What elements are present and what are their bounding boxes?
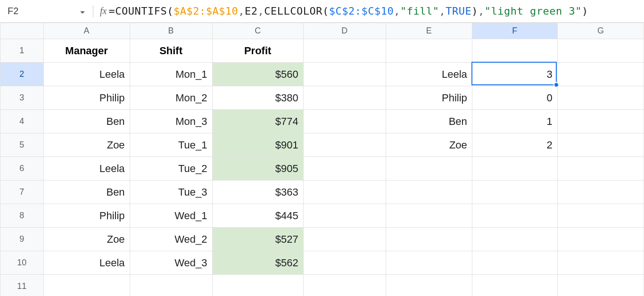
spreadsheet[interactable]: ABCDEFG 1ManagerShiftProfit2LeelaMon_1$5…	[0, 23, 644, 296]
column-header-F[interactable]: F	[472, 23, 557, 39]
select-all-corner[interactable]	[0, 23, 44, 39]
cell-E9[interactable]	[386, 228, 472, 251]
cell-G8[interactable]	[557, 204, 644, 228]
cell-A5[interactable]: Zoe	[43, 133, 130, 157]
cell-C6[interactable]: $905	[212, 157, 303, 181]
cell-E3[interactable]: Philip	[386, 86, 472, 110]
cell-B5[interactable]: Tue_1	[130, 133, 212, 157]
row-header-4[interactable]: 4	[0, 110, 44, 133]
cell-C10[interactable]: $562	[212, 251, 303, 275]
cell-D1[interactable]	[303, 39, 386, 63]
cell-A11[interactable]	[43, 275, 130, 296]
cell-G9[interactable]	[557, 228, 644, 251]
cell-G4[interactable]	[557, 110, 644, 133]
cell-A2[interactable]: Leela	[43, 63, 130, 86]
cell-C8[interactable]: $445	[212, 204, 303, 228]
cell-F8[interactable]	[472, 204, 557, 228]
cell-C1[interactable]: Profit	[212, 39, 303, 63]
row-header-7[interactable]: 7	[0, 181, 44, 204]
cell-D7[interactable]	[303, 181, 386, 204]
cell-C7[interactable]: $363	[212, 181, 303, 204]
cell-A6[interactable]: Leela	[43, 157, 130, 181]
cell-D5[interactable]	[303, 133, 386, 157]
cell-B10[interactable]: Wed_3	[130, 251, 212, 275]
cell-E7[interactable]	[386, 181, 472, 204]
cell-E6[interactable]	[386, 157, 472, 181]
cell-F11[interactable]	[472, 275, 557, 296]
row-header-9[interactable]: 9	[0, 228, 44, 251]
cell-A7[interactable]: Ben	[43, 181, 130, 204]
cell-D4[interactable]	[303, 110, 386, 133]
row-header-10[interactable]: 10	[0, 251, 44, 275]
cell-G3[interactable]	[557, 86, 644, 110]
cell-F2[interactable]: 3	[472, 63, 557, 86]
cell-F10[interactable]	[472, 251, 557, 275]
cell-G10[interactable]	[557, 251, 644, 275]
row-header-6[interactable]: 6	[0, 157, 44, 181]
cell-B2[interactable]: Mon_1	[130, 63, 212, 86]
name-box[interactable]: F2	[3, 0, 76, 22]
formula-input[interactable]: =COUNTIFS($A$2:$A$10,E2,CELLCOLOR($C$2:$…	[108, 0, 641, 22]
column-header-A[interactable]: A	[43, 23, 130, 39]
column-header-C[interactable]: C	[212, 23, 303, 39]
cell-A8[interactable]: Philip	[43, 204, 130, 228]
cell-B3[interactable]: Mon_2	[130, 86, 212, 110]
cell-A1[interactable]: Manager	[43, 39, 130, 63]
cell-B1[interactable]: Shift	[130, 39, 212, 63]
cell-B11[interactable]	[130, 275, 212, 296]
cell-B4[interactable]: Mon_3	[130, 110, 212, 133]
row-header-3[interactable]: 3	[0, 86, 44, 110]
cell-F5[interactable]: 2	[472, 133, 557, 157]
cell-E1[interactable]	[386, 39, 472, 63]
cell-E11[interactable]	[386, 275, 472, 296]
cell-E4[interactable]: Ben	[386, 110, 472, 133]
cell-C11[interactable]	[212, 275, 303, 296]
column-header-E[interactable]: E	[386, 23, 472, 39]
cell-C5[interactable]: $901	[212, 133, 303, 157]
column-header-B[interactable]: B	[130, 23, 212, 39]
cell-F9[interactable]	[472, 228, 557, 251]
cell-D9[interactable]	[303, 228, 386, 251]
cell-D3[interactable]	[303, 86, 386, 110]
cell-E5[interactable]: Zoe	[386, 133, 472, 157]
cell-C4[interactable]: $774	[212, 110, 303, 133]
cell-D2[interactable]	[303, 63, 386, 86]
row-header-8[interactable]: 8	[0, 204, 44, 228]
cell-C2[interactable]: $560	[212, 63, 303, 86]
cell-E10[interactable]	[386, 251, 472, 275]
cell-A10[interactable]: Leela	[43, 251, 130, 275]
cell-F7[interactable]	[472, 181, 557, 204]
row-header-1[interactable]: 1	[0, 39, 44, 63]
cell-G6[interactable]	[557, 157, 644, 181]
cell-E2[interactable]: Leela	[386, 63, 472, 86]
cell-D11[interactable]	[303, 275, 386, 296]
cell-F3[interactable]: 0	[472, 86, 557, 110]
cell-G7[interactable]	[557, 181, 644, 204]
cell-D10[interactable]	[303, 251, 386, 275]
cell-G1[interactable]	[557, 39, 644, 63]
cell-D6[interactable]	[303, 157, 386, 181]
cell-G2[interactable]	[557, 63, 644, 86]
name-box-dropdown[interactable]	[76, 5, 89, 18]
cell-F4[interactable]: 1	[472, 110, 557, 133]
cell-E8[interactable]	[386, 204, 472, 228]
column-header-D[interactable]: D	[303, 23, 386, 39]
cell-B6[interactable]: Tue_2	[130, 157, 212, 181]
cell-A4[interactable]: Ben	[43, 110, 130, 133]
cell-F1[interactable]	[472, 39, 557, 63]
cell-B7[interactable]: Tue_3	[130, 181, 212, 204]
cell-A3[interactable]: Philip	[43, 86, 130, 110]
cell-G5[interactable]	[557, 133, 644, 157]
cell-A9[interactable]: Zoe	[43, 228, 130, 251]
cell-G11[interactable]	[557, 275, 644, 296]
cell-B9[interactable]: Wed_2	[130, 228, 212, 251]
cell-D8[interactable]	[303, 204, 386, 228]
column-header-G[interactable]: G	[557, 23, 644, 39]
row-header-11[interactable]: 11	[0, 275, 44, 296]
cell-F6[interactable]	[472, 157, 557, 181]
row-header-5[interactable]: 5	[0, 133, 44, 157]
cell-C3[interactable]: $380	[212, 86, 303, 110]
row-header-2[interactable]: 2	[0, 63, 44, 86]
cell-B8[interactable]: Wed_1	[130, 204, 212, 228]
cell-C9[interactable]: $527	[212, 228, 303, 251]
